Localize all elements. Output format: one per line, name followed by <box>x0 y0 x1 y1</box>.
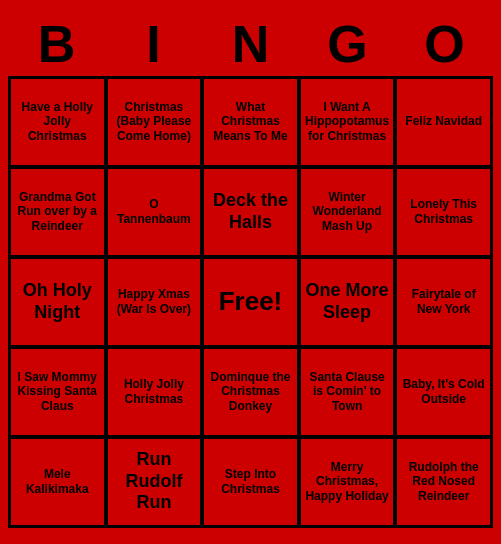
bingo-cell-r3-c5[interactable]: Fairytale of New York <box>396 258 491 346</box>
letter-i: I <box>105 16 202 73</box>
bingo-cell-r1-c5[interactable]: Feliz Navidad <box>396 78 491 166</box>
letter-o: O <box>396 16 493 73</box>
bingo-cell-r1-c3[interactable]: What Christmas Means To Me <box>203 78 298 166</box>
bingo-cell-r5-c4[interactable]: Merry Christmas, Happy Holiday <box>300 438 395 526</box>
bingo-cell-r4-c4[interactable]: Santa Clause is Comin' to Town <box>300 348 395 436</box>
bingo-cell-r2-c1[interactable]: Grandma Got Run over by a Reindeer <box>10 168 105 256</box>
bingo-cell-r3-c1[interactable]: Oh Holy Night <box>10 258 105 346</box>
bingo-cell-r4-c1[interactable]: I Saw Mommy Kissing Santa Claus <box>10 348 105 436</box>
bingo-cell-r2-c2[interactable]: O Tannenbaum <box>107 168 202 256</box>
bingo-cell-r2-c5[interactable]: Lonely This Christmas <box>396 168 491 256</box>
bingo-cell-r3-c2[interactable]: Happy Xmas (War Is Over) <box>107 258 202 346</box>
bingo-cell-r3-c3[interactable]: Free! <box>203 258 298 346</box>
bingo-cell-r1-c4[interactable]: I Want A Hippopotamus for Christmas <box>300 78 395 166</box>
bingo-cell-r4-c3[interactable]: Dominque the Christmas Donkey <box>203 348 298 436</box>
letter-g: G <box>299 16 396 73</box>
bingo-cell-r1-c1[interactable]: Have a Holly Jolly Christmas <box>10 78 105 166</box>
letter-n: N <box>202 16 299 73</box>
bingo-cell-r5-c5[interactable]: Rudolph the Red Nosed Reindeer <box>396 438 491 526</box>
bingo-cell-r3-c4[interactable]: One More Sleep <box>300 258 395 346</box>
bingo-cell-r4-c2[interactable]: Holly Jolly Christmas <box>107 348 202 436</box>
bingo-cell-r2-c3[interactable]: Deck the Halls <box>203 168 298 256</box>
bingo-cell-r4-c5[interactable]: Baby, It's Cold Outside <box>396 348 491 436</box>
bingo-cell-r5-c1[interactable]: Mele Kalikimaka <box>10 438 105 526</box>
letter-b: B <box>8 16 105 73</box>
bingo-cell-r2-c4[interactable]: Winter Wonderland Mash Up <box>300 168 395 256</box>
bingo-cell-r5-c2[interactable]: Run Rudolf Run <box>107 438 202 526</box>
bingo-grid: Have a Holly Jolly ChristmasChristmas (B… <box>8 76 493 528</box>
bingo-header: B I N G O <box>8 16 493 73</box>
bingo-card: B I N G O Have a Holly Jolly ChristmasCh… <box>0 8 501 535</box>
bingo-cell-r1-c2[interactable]: Christmas (Baby Please Come Home) <box>107 78 202 166</box>
bingo-cell-r5-c3[interactable]: Step Into Christmas <box>203 438 298 526</box>
